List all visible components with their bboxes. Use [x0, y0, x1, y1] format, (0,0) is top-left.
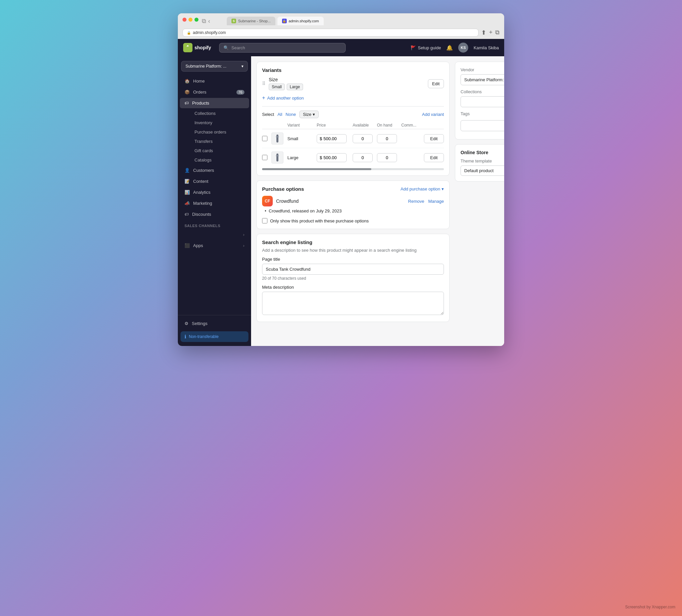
meta-description-input[interactable] — [262, 292, 444, 315]
top-bar-right: 🚩 Setup guide 🔔 KS Kamila Skiba — [411, 43, 499, 53]
store-selector[interactable]: Submarine Platform: ... ▾ — [181, 61, 248, 72]
sidebar-label-gift-cards: Gift cards — [195, 148, 213, 153]
sidebar-item-products[interactable]: 🏷 Products — [180, 98, 249, 108]
app-icon-text: CF — [265, 199, 270, 203]
sidebar-item-sales-channels[interactable]: › — [180, 229, 249, 240]
tabs-icon[interactable]: ⧉ — [495, 29, 500, 36]
option-tags: Small Large — [269, 84, 425, 90]
purchase-options-checkbox[interactable] — [262, 218, 267, 223]
products-icon: 🏷 — [184, 100, 189, 106]
purchase-options-title: Purchase options — [262, 186, 304, 192]
sidebar-item-customers[interactable]: 👤 Customers — [180, 165, 249, 176]
discounts-icon: 🏷 — [184, 212, 189, 217]
page-title-input[interactable] — [262, 264, 444, 275]
sidebar-bottom: ⚙ Settings ℹ Non-transferable — [178, 315, 251, 343]
variant-checkbox-large[interactable] — [262, 155, 267, 160]
col-header-available: Available — [353, 123, 374, 128]
sidebar-item-inventory[interactable]: Inventory — [184, 118, 249, 127]
sidebar-item-gift-cards[interactable]: Gift cards — [184, 146, 249, 155]
info-icon: ℹ — [184, 334, 186, 339]
non-transferable-banner: ℹ Non-transferable — [181, 331, 248, 342]
add-option-button[interactable]: + Add another option — [262, 94, 304, 102]
new-tab-icon[interactable]: + — [489, 29, 493, 36]
browser-tab-submarine[interactable]: S Submarine - Shop... — [227, 17, 275, 25]
onhand-input-small[interactable] — [377, 134, 397, 143]
add-variant-button[interactable]: Add variant — [422, 112, 444, 117]
vendor-label: Vendor — [460, 67, 504, 72]
browser-window: ⧉ ‹ S Submarine - Shop... 🔒 admin.shopif… — [178, 13, 504, 346]
sidebar-label-products: Products — [192, 100, 209, 106]
option-label: Size — [269, 77, 425, 82]
app-row-crowdfund: CF Crowdfund Remove Manage — [262, 196, 444, 206]
seo-description: Add a description to see how this produc… — [262, 248, 444, 253]
sidebar-item-purchase-orders[interactable]: Purchase orders — [184, 128, 249, 137]
non-transferable-label: Non-transferable — [189, 334, 219, 339]
filter-none[interactable]: None — [286, 112, 296, 117]
app-name-crowdfund: Crowdfund — [276, 199, 299, 204]
add-purchase-option-chevron-icon: ▾ — [441, 186, 444, 191]
remove-app-link[interactable]: Remove — [408, 199, 424, 204]
sidebar-item-transfers[interactable]: Transfers — [184, 137, 249, 146]
purchase-options-checkbox-label[interactable]: Only show this product with these purcha… — [262, 218, 444, 223]
notification-bell-icon[interactable]: 🔔 — [446, 45, 453, 51]
add-option-label: Add another option — [267, 96, 304, 100]
divider — [262, 106, 444, 107]
sidebar-item-home[interactable]: 🏠 Home — [180, 76, 249, 86]
sidebar-label-settings: Settings — [192, 321, 207, 326]
variant-image-large — [271, 152, 283, 163]
currency-symbol-small: $ — [320, 136, 322, 141]
sidebar-item-catalogs[interactable]: Catalogs — [184, 156, 249, 164]
drag-handle-icon[interactable]: ⠿ — [262, 81, 266, 86]
edit-variant-small-button[interactable]: Edit — [424, 134, 444, 143]
column-headers: Variant Price Available On hand Comm... — [262, 121, 444, 129]
sidebar-label-marketing: Marketing — [193, 201, 212, 206]
available-input-large[interactable] — [353, 153, 373, 162]
sidebar-item-collections[interactable]: Collections — [184, 109, 249, 118]
collections-input[interactable] — [460, 96, 504, 107]
scroll-thumb — [262, 168, 371, 170]
sidebar-item-apps[interactable]: ⬛ Apps › — [180, 241, 249, 251]
filter-all[interactable]: All — [277, 112, 282, 117]
online-store-title: Online Store — [460, 150, 504, 155]
variant-checkbox-small[interactable] — [262, 136, 267, 141]
edit-size-button[interactable]: Edit — [428, 79, 444, 88]
sidebar-item-marketing[interactable]: 📣 Marketing — [180, 198, 249, 208]
setup-guide-label: Setup guide — [418, 45, 441, 50]
sidebar-label-apps: Apps — [193, 243, 203, 248]
sidebar-label-catalogs: Catalogs — [195, 158, 211, 162]
price-input-large[interactable]: $ 500.00 — [317, 153, 347, 162]
sidebar-item-orders[interactable]: 📦 Orders 76 — [180, 87, 249, 97]
maximize-window-button[interactable] — [195, 18, 199, 22]
size-filter-button[interactable]: Size ▾ — [299, 111, 319, 118]
sidebar-label-purchase-orders: Purchase orders — [195, 130, 226, 135]
browser-tab-admin[interactable]: 🔒 admin.shopify.com — [277, 17, 324, 25]
available-input-small[interactable] — [353, 134, 373, 143]
sidebar-item-discounts[interactable]: 🏷 Discounts — [180, 209, 249, 220]
address-bar[interactable]: 🔒 admin.shopify.com — [182, 29, 479, 37]
address-text: admin.shopify.com — [193, 30, 226, 35]
watermark: Screenshot by Xnapper.com — [625, 605, 675, 609]
sidebar-item-content[interactable]: 📝 Content — [180, 176, 249, 186]
tags-input[interactable] — [460, 120, 504, 131]
page-title-label: Page title — [262, 257, 444, 262]
minimize-window-button[interactable] — [188, 18, 192, 22]
sidebar-item-analytics[interactable]: 📊 Analytics — [180, 187, 249, 198]
sidebar-item-settings[interactable]: ⚙ Settings — [180, 318, 249, 329]
edit-variant-large-button[interactable]: Edit — [424, 153, 444, 162]
window-layout-button[interactable]: ⧉ — [202, 18, 206, 25]
theme-template-select[interactable]: Default product — [460, 165, 504, 176]
onhand-input-large[interactable] — [377, 153, 397, 162]
add-purchase-option-button[interactable]: Add purchase option ▾ — [401, 186, 444, 191]
share-icon[interactable]: ⬆ — [481, 29, 486, 36]
size-filter-label: Size — [303, 112, 311, 117]
variant-row-large: Large $ 500.00 Edit — [262, 148, 444, 167]
price-input-small[interactable]: $ 500.00 — [317, 134, 347, 143]
close-window-button[interactable] — [182, 18, 186, 22]
manage-app-link[interactable]: Manage — [428, 199, 444, 204]
back-button[interactable]: ‹ — [208, 18, 210, 25]
vendor-input[interactable] — [460, 74, 504, 85]
avatar[interactable]: KS — [458, 43, 468, 53]
setup-guide-button[interactable]: 🚩 Setup guide — [411, 45, 441, 50]
search-bar[interactable]: 🔍 Search — [219, 43, 346, 53]
sidebar-sub-items: Collections Inventory Purchase orders Tr… — [178, 109, 251, 165]
